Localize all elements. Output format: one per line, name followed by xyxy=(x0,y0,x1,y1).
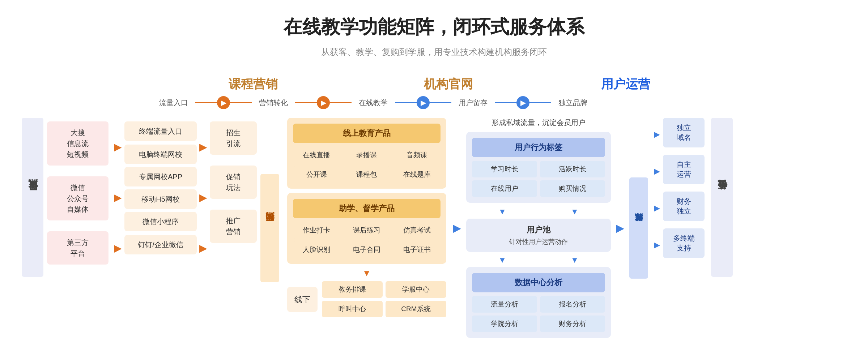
behavior-grid: 学习时长 活跃时长 在线用户 购买情况 xyxy=(472,161,605,197)
marketing-item-6: 钉钉/企业微信 xyxy=(124,235,197,254)
flow-circle-2: ▶ xyxy=(317,96,330,109)
page-subtitle: 从获客、教学、复购到学服，用专业技术构建机构服务闭环 xyxy=(22,46,846,58)
retention-top-text: 形成私域流量，沉淀会员用户 xyxy=(466,118,611,128)
data-1: 流量分析 xyxy=(472,296,537,313)
brand-row-1: ▶ 独立域名 xyxy=(654,118,705,151)
section-header-official: 机构官网 xyxy=(424,77,473,91)
assist-1: 作业打卡 xyxy=(293,222,340,239)
brand-col: ▶ 独立域名 ▶ 自主运营 ▶ 财务独立 ▶ 多终端支持 xyxy=(654,118,705,262)
brand-item-3: 财务独立 xyxy=(663,192,705,221)
flow-line-4 xyxy=(330,102,352,103)
brand-item-2: 自主运营 xyxy=(663,155,705,184)
private-domain-label: 私域矩阵 xyxy=(629,177,648,279)
marketing-col: 终端流量入口 电脑终端网校 专属网校APP 移动H5网校 微信小程序 钉钉/企业… xyxy=(124,118,197,258)
user-pool-sub: 针对性用户运营动作 xyxy=(472,237,605,246)
flow-line-3 xyxy=(295,102,317,103)
content-area: 流量入口 大搜 信息流 短视频 微信 公众号 自媒体 第三方 平台 ▶ ▶ ▶ … xyxy=(22,118,846,338)
assist-header: 助学、督学产品 xyxy=(293,199,441,218)
arrow-to-private: ▶ xyxy=(616,222,624,234)
flow-step-1: 流量入口 xyxy=(152,98,195,108)
page-container: 在线教学功能矩阵，闭环式服务体系 从获客、教学、复购到学服，用专业技术构建机构服… xyxy=(0,0,868,352)
data-3: 学院分析 xyxy=(472,315,537,332)
offline-4: CRM系统 xyxy=(386,301,446,317)
offline-1: 教务排课 xyxy=(322,281,383,298)
arrows-2: ▶ ▶ ▶ xyxy=(197,118,210,277)
assist-6: 电子证书 xyxy=(393,241,441,258)
product-4: 公开课 xyxy=(293,166,340,183)
offline-2: 学服中心 xyxy=(386,281,446,298)
arrows-down-2: ▼ ▼ xyxy=(466,207,611,216)
data-4: 财务分析 xyxy=(540,315,605,332)
marketing-item-5: 微信小程序 xyxy=(124,212,197,231)
online-teaching-section: 线上教育产品 在线直播 录播课 音频课 公开课 课程包 在线题库 助学、督学产品… xyxy=(287,118,446,317)
social-value-label: 社会价值 xyxy=(711,118,733,277)
arrows-1: ▶ ▶ ▶ xyxy=(111,118,124,277)
data-center-block: 数据中心分析 流量分析 报名分析 学院分析 财务分析 xyxy=(466,267,611,338)
promo-item-1: 招生 引流 xyxy=(210,121,257,155)
flow-line-1 xyxy=(195,102,217,103)
promo-col: 招生 引流 促销 玩法 推广 营销 xyxy=(210,118,257,246)
flow-line-7 xyxy=(495,102,516,103)
promo-item-2: 促销 玩法 xyxy=(210,166,257,199)
flow-step-4: 用户留存 xyxy=(451,98,495,108)
behavior-header: 用户行为标签 xyxy=(472,138,605,157)
marketing-item-4: 移动H5网校 xyxy=(124,189,197,209)
offline-label: 线下 xyxy=(287,287,318,312)
flow-circle-1: ▶ xyxy=(217,96,230,109)
marketing-item-2: 电脑终端网校 xyxy=(124,145,197,164)
flow-line-5 xyxy=(395,102,417,103)
offline-3: 呼叫中心 xyxy=(322,301,383,317)
behavior-2: 活跃时长 xyxy=(540,161,605,177)
user-pool-block: 用户池 针对性用户运营动作 xyxy=(466,219,611,252)
data-grid: 流量分析 报名分析 学院分析 财务分析 xyxy=(472,296,605,332)
assist-3: 仿真考试 xyxy=(393,222,441,239)
user-retention-section: 形成私域流量，沉淀会员用户 用户行为标签 学习时长 活跃时长 在线用户 购买情况… xyxy=(466,118,611,338)
arrow-down-1: ▼ xyxy=(287,268,446,278)
user-pool-title: 用户池 xyxy=(472,224,605,235)
flow-circle-3: ▶ xyxy=(417,96,430,109)
product-5: 课程包 xyxy=(343,166,391,183)
assist-2: 课后练习 xyxy=(343,222,391,239)
brand-row-2: ▶ 自主运营 xyxy=(654,155,705,188)
product-1: 在线直播 xyxy=(293,147,340,163)
product-6: 在线题库 xyxy=(393,166,441,183)
assist-grid: 作业打卡 课后练习 仿真考试 人脸识别 电子合同 电子证书 xyxy=(293,222,441,258)
flow-line-2 xyxy=(230,102,252,103)
brand-item-4: 多终端支持 xyxy=(663,228,705,258)
flow-line-8 xyxy=(529,102,551,103)
traffic-source-2: 微信 公众号 自媒体 xyxy=(47,176,109,220)
product-3: 音频课 xyxy=(393,147,441,163)
brand-item-1: 独立域名 xyxy=(663,118,705,147)
offline-row: 线下 教务排课 学服中心 呼叫中心 CRM系统 xyxy=(287,281,446,317)
arrow-to-retention: ▶ xyxy=(453,222,461,234)
behavior-1: 学习时长 xyxy=(472,161,537,177)
product-2: 录播课 xyxy=(343,147,391,163)
arrows-down-3: ▼ ▼ xyxy=(466,256,611,265)
flow-line-6 xyxy=(430,102,451,103)
course-buy-label: 课程购买 xyxy=(260,174,279,282)
promo-item-3: 推广 营销 xyxy=(210,210,257,243)
section-header-marketing: 课程营销 xyxy=(229,77,278,91)
product-header: 线上教育产品 xyxy=(293,124,441,143)
brand-row-3: ▶ 财务独立 xyxy=(654,192,705,225)
behavior-4: 购买情况 xyxy=(540,180,605,197)
traffic-sources: 大搜 信息流 短视频 微信 公众号 自媒体 第三方 平台 xyxy=(47,118,109,268)
traffic-source-1: 大搜 信息流 短视频 xyxy=(47,121,109,166)
flow-step-5: 独立品牌 xyxy=(551,98,595,108)
flow-step-3: 在线教学 xyxy=(352,98,395,108)
assist-4: 人脸识别 xyxy=(293,241,340,258)
page-title: 在线教学功能矩阵，闭环式服务体系 xyxy=(22,14,846,40)
section-header-operation: 用户运营 xyxy=(601,77,650,91)
assist-5: 电子合同 xyxy=(343,241,391,258)
left-label: 流量入口 xyxy=(22,118,43,277)
brand-row-4: ▶ 多终端支持 xyxy=(654,228,705,262)
behavior-3: 在线用户 xyxy=(472,180,537,197)
marketing-item-3: 专属网校APP xyxy=(124,167,197,186)
traffic-source-3: 第三方 平台 xyxy=(47,231,109,265)
data-header: 数据中心分析 xyxy=(472,273,605,292)
marketing-item-1: 终端流量入口 xyxy=(124,121,197,141)
product-grid: 在线直播 录播课 音频课 公开课 课程包 在线题库 xyxy=(293,147,441,183)
data-2: 报名分析 xyxy=(540,296,605,313)
flow-step-2: 营销转化 xyxy=(252,98,295,108)
flow-circle-4: ▶ xyxy=(516,96,529,109)
